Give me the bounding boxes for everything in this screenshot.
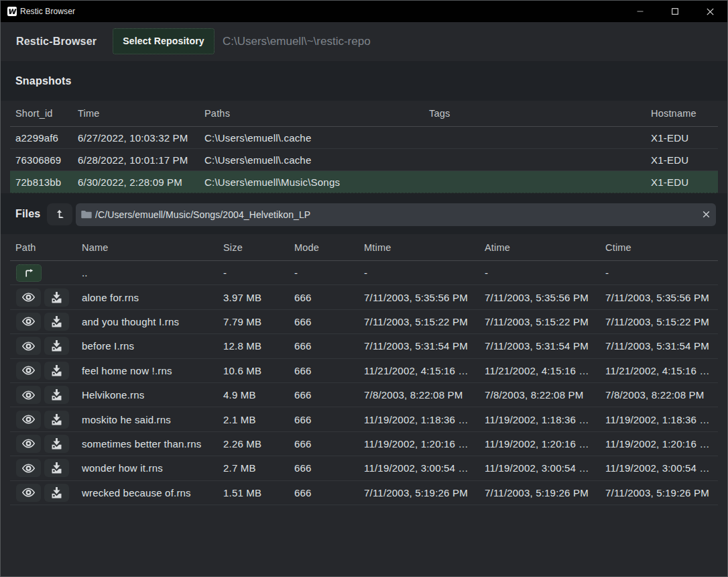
snapshots-table-body: a2299af6 6/27/2022, 10:03:32 PM C:\Users… <box>10 127 718 193</box>
column-header-hostname[interactable]: Hostname <box>646 101 718 126</box>
snapshot-short-id: 76306869 <box>10 149 72 170</box>
file-row[interactable]: wrecked because of.rns 1.51 MB 666 7/11/… <box>10 481 718 505</box>
file-ctime: 11/19/2002, 1:18:36 … <box>600 407 718 431</box>
snapshot-row[interactable]: 76306869 6/28/2022, 10:01:17 PM C:\Users… <box>10 149 718 171</box>
download-file-button[interactable] <box>44 288 69 307</box>
file-mtime: - <box>359 261 479 284</box>
file-ctime: 7/11/2003, 5:31:54 PM <box>600 334 718 358</box>
column-header-tags[interactable]: Tags <box>424 101 646 126</box>
file-ctime: 7/11/2003, 5:15:22 PM <box>600 310 718 333</box>
preview-file-button[interactable] <box>16 386 41 404</box>
parent-directory-row[interactable]: .. - - - - - <box>10 261 718 285</box>
snapshot-row[interactable]: a2299af6 6/27/2022, 10:03:32 PM C:\Users… <box>10 127 718 149</box>
column-header-ctime[interactable]: Ctime <box>600 234 718 260</box>
file-row[interactable]: feel home now !.rns 10.6 MB 666 11/21/20… <box>10 359 718 383</box>
file-mtime: 7/11/2003, 5:15:22 PM <box>359 310 479 333</box>
file-row[interactable]: alone for.rns 3.97 MB 666 7/11/2003, 5:3… <box>10 285 718 309</box>
file-atime: 7/11/2003, 5:19:26 PM <box>479 481 600 505</box>
preview-file-button[interactable] <box>16 484 41 502</box>
snapshot-row[interactable]: 72b813bb 6/30/2022, 2:28:09 PM C:\Users\… <box>10 171 718 193</box>
download-file-button[interactable] <box>44 386 69 404</box>
snapshot-hostname: X1-EDU <box>646 149 718 170</box>
minimize-button[interactable] <box>623 1 658 22</box>
files-table-header: Path Name Size Mode Mtime Atime Ctime <box>10 234 718 261</box>
file-row-actions <box>10 359 76 382</box>
file-row[interactable]: before I.rns 12.8 MB 666 7/11/2003, 5:31… <box>10 334 718 358</box>
preview-file-button[interactable] <box>16 288 41 307</box>
column-header-short-id[interactable]: Short_id <box>10 101 72 126</box>
file-mtime: 11/19/2002, 1:20:16 … <box>359 432 479 456</box>
wails-logo-icon <box>7 7 17 16</box>
snapshot-tags <box>424 149 646 170</box>
eye-icon <box>22 415 35 424</box>
download-icon <box>52 462 62 474</box>
download-file-button[interactable] <box>44 435 69 453</box>
file-row[interactable]: Helvikone.rns 4.9 MB 666 7/8/2003, 8:22:… <box>10 383 718 407</box>
file-name: Helvikone.rns <box>76 383 218 407</box>
file-row[interactable]: sometimes better than.rns 2.26 MB 666 11… <box>10 432 718 456</box>
column-header-mode[interactable]: Mode <box>289 234 359 260</box>
download-file-button[interactable] <box>44 411 69 429</box>
column-header-name[interactable]: Name <box>76 234 218 260</box>
eye-icon <box>22 317 35 326</box>
close-icon <box>707 8 714 15</box>
file-row[interactable]: wonder how it.rns 2.7 MB 666 11/19/2002,… <box>10 456 718 480</box>
files-table-body: alone for.rns 3.97 MB 666 7/11/2003, 5:3… <box>10 285 718 505</box>
window-title: Restic Browser <box>20 7 75 16</box>
download-icon <box>52 292 62 303</box>
preview-file-button[interactable] <box>16 337 41 355</box>
files-table: Path Name Size Mode Mtime Atime Ctime <box>10 234 718 505</box>
file-mtime: 11/19/2002, 3:00:54 … <box>359 456 479 480</box>
preview-file-button[interactable] <box>16 362 41 380</box>
file-size: 2.7 MB <box>218 456 289 480</box>
preview-file-button[interactable] <box>16 411 41 429</box>
download-icon <box>52 365 62 376</box>
file-mode: 666 <box>289 310 359 333</box>
file-mtime: 7/11/2003, 5:19:26 PM <box>359 481 479 505</box>
eye-icon <box>22 464 35 473</box>
parent-row-actions <box>10 261 76 284</box>
file-atime: - <box>479 261 600 284</box>
go-parent-directory-button[interactable] <box>47 203 72 225</box>
select-repository-button[interactable]: Select Repository <box>113 28 215 54</box>
file-mtime: 7/11/2003, 5:31:54 PM <box>359 334 479 358</box>
download-file-button[interactable] <box>44 313 69 331</box>
column-header-path[interactable]: Path <box>10 234 76 260</box>
file-name: feel home now !.rns <box>76 359 218 382</box>
preview-file-button[interactable] <box>16 313 41 331</box>
download-file-button[interactable] <box>44 337 69 355</box>
download-icon <box>52 438 62 450</box>
file-size: 12.8 MB <box>218 334 289 358</box>
current-path-bar[interactable]: /C/Users/emuell/Music/Songs/2004_Helveti… <box>76 203 716 226</box>
file-atime: 11/19/2002, 3:00:54 … <box>479 456 600 480</box>
column-header-time[interactable]: Time <box>72 101 199 126</box>
file-name: alone for.rns <box>76 285 218 309</box>
column-header-atime[interactable]: Atime <box>479 234 600 260</box>
download-icon <box>52 414 62 425</box>
column-header-mtime[interactable]: Mtime <box>359 234 479 260</box>
column-header-size[interactable]: Size <box>218 234 289 260</box>
file-name: sometimes better than.rns <box>76 432 218 456</box>
maximize-button[interactable] <box>658 1 692 22</box>
file-atime: 11/19/2002, 1:20:16 … <box>479 432 600 456</box>
snapshot-paths: C:\Users\emuell\Music\Songs <box>199 171 424 193</box>
download-file-button[interactable] <box>44 459 69 477</box>
file-name: and you thought I.rns <box>76 310 218 333</box>
file-row-actions <box>10 432 76 456</box>
download-icon <box>52 340 62 352</box>
download-file-button[interactable] <box>44 484 69 502</box>
column-header-paths[interactable]: Paths <box>199 101 424 126</box>
close-button[interactable] <box>692 1 727 22</box>
file-name: .. <box>76 261 218 284</box>
corner-up-right-icon <box>25 268 34 277</box>
file-ctime: 7/8/2003, 8:22:08 PM <box>600 383 718 407</box>
clear-path-button[interactable] <box>699 207 713 222</box>
preview-file-button[interactable] <box>16 459 41 477</box>
file-row[interactable]: and you thought I.rns 7.79 MB 666 7/11/2… <box>10 310 718 334</box>
file-row[interactable]: moskito he said.rns 2.1 MB 666 11/19/200… <box>10 407 718 431</box>
download-file-button[interactable] <box>44 362 69 380</box>
file-size: 10.6 MB <box>218 359 289 382</box>
file-mode: 666 <box>289 481 359 505</box>
open-parent-directory-button[interactable] <box>16 264 42 282</box>
preview-file-button[interactable] <box>16 435 41 453</box>
